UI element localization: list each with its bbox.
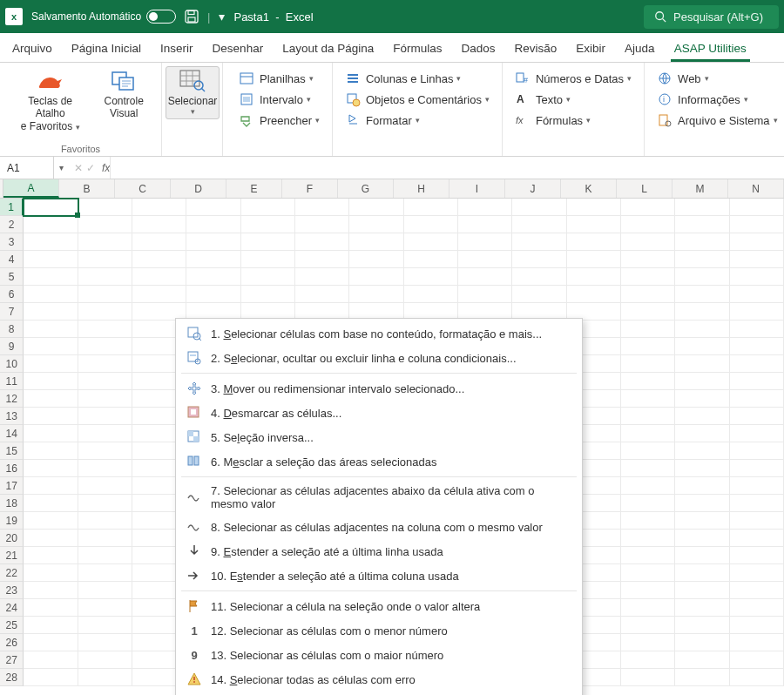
cell[interactable] bbox=[730, 233, 784, 251]
column-header[interactable]: D bbox=[171, 179, 226, 198]
cell[interactable] bbox=[621, 477, 675, 495]
cell[interactable] bbox=[675, 547, 729, 564]
cell[interactable] bbox=[512, 251, 566, 268]
cell[interactable] bbox=[132, 233, 186, 251]
cell[interactable] bbox=[78, 442, 132, 460]
cell[interactable] bbox=[621, 355, 675, 373]
row-header[interactable]: 27 bbox=[0, 651, 24, 669]
cell[interactable] bbox=[404, 268, 458, 286]
cell[interactable] bbox=[675, 669, 729, 686]
ribbon-btn-colunas-e-linhas[interactable]: Colunas e Linhas▾ bbox=[341, 70, 464, 87]
cell[interactable] bbox=[78, 477, 132, 495]
cell[interactable] bbox=[458, 216, 512, 233]
cell[interactable] bbox=[621, 216, 675, 233]
column-header[interactable]: I bbox=[449, 179, 505, 198]
cell[interactable] bbox=[675, 599, 729, 617]
cell[interactable] bbox=[24, 530, 78, 547]
cell[interactable] bbox=[675, 442, 729, 460]
cell[interactable] bbox=[349, 233, 403, 251]
column-header[interactable]: K bbox=[561, 179, 617, 198]
cell[interactable] bbox=[78, 512, 132, 530]
cell[interactable] bbox=[621, 512, 675, 530]
cell[interactable] bbox=[349, 199, 403, 216]
cell[interactable] bbox=[404, 216, 458, 233]
cell[interactable] bbox=[675, 425, 729, 442]
cell[interactable] bbox=[730, 286, 784, 303]
cell[interactable] bbox=[186, 216, 240, 233]
cell[interactable] bbox=[730, 373, 784, 390]
ribbon-tab-layout-da-p-gina[interactable]: Layout da Página bbox=[279, 35, 377, 62]
cell[interactable] bbox=[730, 530, 784, 547]
cell[interactable] bbox=[349, 216, 403, 233]
cell[interactable] bbox=[730, 355, 784, 373]
cell[interactable] bbox=[78, 408, 132, 425]
cell[interactable] bbox=[675, 233, 729, 251]
ribbon-tab-asap-utilities[interactable]: ASAP Utilities bbox=[671, 35, 750, 62]
cell[interactable] bbox=[295, 216, 349, 233]
ribbon-btn-formatar[interactable]: Formatar▾ bbox=[341, 111, 423, 129]
row-header[interactable]: 7 bbox=[0, 303, 24, 321]
cell[interactable] bbox=[621, 390, 675, 408]
cell[interactable] bbox=[675, 251, 729, 268]
cell[interactable] bbox=[78, 390, 132, 408]
menu-item-6[interactable]: 6. Mesclar a seleção das áreas seleciona… bbox=[176, 449, 582, 474]
cell[interactable] bbox=[621, 286, 675, 303]
cell[interactable] bbox=[78, 233, 132, 251]
cell[interactable] bbox=[730, 634, 784, 651]
cell[interactable] bbox=[24, 512, 78, 530]
row-header[interactable]: 16 bbox=[0, 460, 24, 477]
row-header[interactable]: 15 bbox=[0, 442, 24, 460]
cell[interactable] bbox=[621, 408, 675, 425]
cell[interactable] bbox=[621, 651, 675, 669]
cell[interactable] bbox=[567, 286, 621, 303]
row-header[interactable]: 9 bbox=[0, 338, 24, 355]
ribbon-btn-preencher[interactable]: Preencher▾ bbox=[235, 111, 323, 129]
cell[interactable] bbox=[567, 268, 621, 286]
cell[interactable] bbox=[458, 199, 512, 216]
column-header[interactable]: G bbox=[338, 179, 394, 198]
ribbon-tab-f-rmulas[interactable]: Fórmulas bbox=[389, 35, 445, 62]
ribbon-tab-ajuda[interactable]: Ajuda bbox=[621, 35, 659, 62]
menu-item-8[interactable]: 8. Selecionar as células adjacentes na c… bbox=[176, 515, 582, 539]
row-header[interactable]: 1 bbox=[0, 199, 24, 216]
cell[interactable] bbox=[621, 495, 675, 512]
cell[interactable] bbox=[78, 216, 132, 233]
menu-item-11[interactable]: 11. Selecionar a célula na seleção onde … bbox=[176, 594, 582, 618]
cell[interactable] bbox=[730, 547, 784, 564]
ribbon-btn-texto[interactable]: ATexto▾ bbox=[511, 91, 574, 108]
cell[interactable] bbox=[132, 268, 186, 286]
cell[interactable] bbox=[295, 199, 349, 216]
menu-item-7[interactable]: 7. Selecionar as células adjacentes abai… bbox=[176, 480, 582, 515]
cancel-icon[interactable]: ✕ bbox=[74, 162, 83, 174]
cell[interactable] bbox=[78, 547, 132, 564]
menu-item-15[interactable]: 15. Selecionar todas as planilhas na sua… bbox=[176, 692, 582, 695]
search-box[interactable]: Pesquisar (Alt+G) bbox=[644, 5, 779, 29]
cell[interactable] bbox=[730, 303, 784, 321]
cell[interactable] bbox=[295, 286, 349, 303]
menu-item-10[interactable]: 10. Estender a seleção até a última colu… bbox=[176, 563, 582, 588]
cell[interactable] bbox=[458, 233, 512, 251]
cell[interactable] bbox=[24, 268, 78, 286]
cell[interactable] bbox=[24, 408, 78, 425]
row-header[interactable]: 4 bbox=[0, 251, 24, 268]
cell[interactable] bbox=[730, 199, 784, 216]
row-header[interactable]: 28 bbox=[0, 669, 24, 686]
cell[interactable] bbox=[730, 564, 784, 582]
cell[interactable] bbox=[78, 669, 132, 686]
cell[interactable] bbox=[675, 564, 729, 582]
cell[interactable] bbox=[24, 651, 78, 669]
big-btn-atalho-favoritos[interactable]: Teclas de Atalho e Favoritos ▾ bbox=[9, 66, 91, 135]
menu-item-13[interactable]: 913. Selecionar as células com o maior n… bbox=[176, 643, 582, 667]
row-header[interactable]: 10 bbox=[0, 355, 24, 373]
row-header[interactable]: 26 bbox=[0, 634, 24, 651]
name-box[interactable]: A1 bbox=[0, 157, 54, 179]
cell[interactable] bbox=[404, 233, 458, 251]
cell[interactable] bbox=[78, 530, 132, 547]
cell[interactable] bbox=[621, 425, 675, 442]
cell[interactable] bbox=[24, 251, 78, 268]
row-header[interactable]: 3 bbox=[0, 233, 24, 251]
cell[interactable] bbox=[295, 268, 349, 286]
ribbon-tab-p-gina-inicial[interactable]: Página Inicial bbox=[68, 35, 145, 62]
ribbon-tab-arquivo[interactable]: Arquivo bbox=[9, 35, 56, 62]
cell[interactable] bbox=[621, 321, 675, 338]
